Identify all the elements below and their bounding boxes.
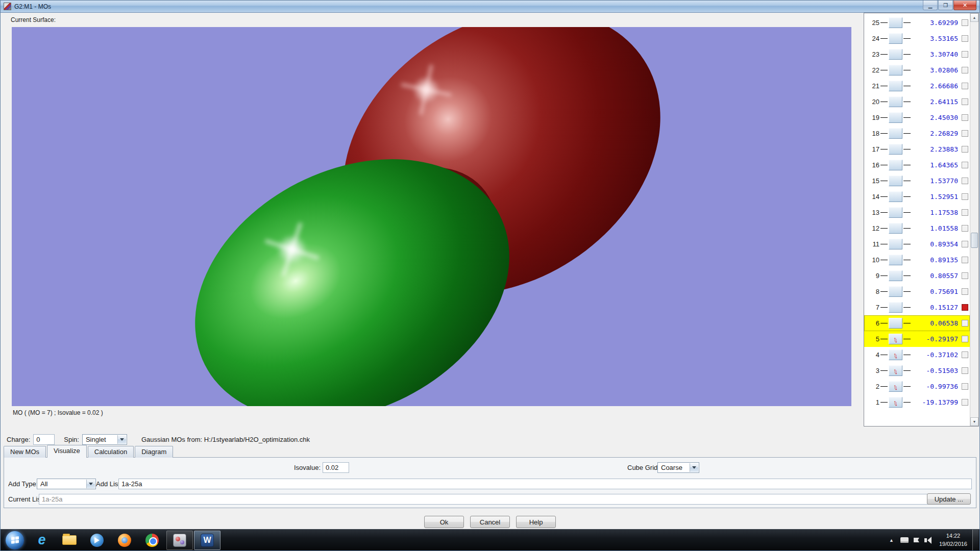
add-list-input[interactable]: 1a-25a [118, 479, 972, 489]
mo-visible-checkbox[interactable] [962, 114, 968, 121]
mo-row-7[interactable]: 70.15127 [864, 299, 970, 315]
close-button[interactable]: ✕ [953, 1, 976, 10]
mo-visible-checkbox[interactable] [962, 241, 968, 247]
update-button[interactable]: Update ... [927, 493, 971, 505]
mo-row-17[interactable]: 172.23883 [864, 141, 970, 157]
mo-row-11[interactable]: 110.89354 [864, 236, 970, 252]
show-desktop-button[interactable] [972, 530, 978, 550]
mo-visible-checkbox[interactable] [962, 130, 968, 137]
mo-visible-checkbox[interactable] [962, 67, 968, 73]
mo-visible-checkbox[interactable] [962, 193, 968, 200]
mo-visible-checkbox[interactable] [962, 225, 968, 232]
mo-visible-checkbox[interactable] [962, 83, 968, 89]
mo-orbital-box[interactable] [889, 318, 902, 329]
action-center-flag-icon[interactable] [914, 538, 919, 542]
mo-row-16[interactable]: 161.64365 [864, 157, 970, 173]
mo-row-15[interactable]: 151.53770 [864, 173, 970, 189]
mo-visible-checkbox[interactable] [962, 98, 968, 105]
mo-orbital-box[interactable] [889, 160, 902, 170]
mo-visible-checkbox[interactable] [962, 146, 968, 153]
mo-row-19[interactable]: 192.45030 [864, 110, 970, 126]
mo-orbital-box[interactable]: ↑↓ [889, 365, 902, 376]
mo-row-8[interactable]: 80.75691 [864, 284, 970, 299]
mo-visible-checkbox[interactable] [962, 209, 968, 216]
mo-visible-checkbox[interactable] [962, 367, 968, 374]
scroll-down-arrow-icon[interactable]: ▼ [970, 417, 978, 426]
mo-orbital-box[interactable]: ↑↓ [889, 349, 902, 360]
mo-row-9[interactable]: 90.80557 [864, 268, 970, 284]
tab-calculation[interactable]: Calculation [88, 446, 134, 458]
mo-orbital-box[interactable] [889, 96, 902, 107]
scroll-up-arrow-icon[interactable]: ▲ [970, 13, 978, 22]
clock[interactable]: 14:22 19/02/2016 [934, 532, 972, 548]
mo-row-20[interactable]: 202.64115 [864, 94, 970, 110]
mo-row-5[interactable]: 5↑↓-0.29197 [864, 331, 970, 347]
mo-orbital-box[interactable]: ↑↓ [889, 381, 902, 392]
mo-visible-checkbox[interactable] [962, 320, 968, 327]
help-button[interactable]: Help [516, 516, 556, 528]
mo-visible-checkbox[interactable] [962, 35, 968, 42]
add-type-dropdown[interactable]: All [37, 479, 96, 489]
start-button[interactable] [6, 531, 24, 549]
mo-row-23[interactable]: 233.30740 [864, 46, 970, 62]
mo-row-24[interactable]: 243.53165 [864, 31, 970, 46]
mo-orbital-box[interactable] [889, 255, 902, 265]
mo-visible-checkbox[interactable] [962, 288, 968, 295]
mo-3d-viewport[interactable] [12, 27, 851, 406]
mo-visible-checkbox[interactable] [962, 272, 968, 279]
mo-visible-checkbox[interactable] [962, 19, 968, 26]
mo-row-6[interactable]: 60.06538 [864, 315, 970, 331]
tab-diagram[interactable]: Diagram [135, 446, 173, 458]
mo-visible-checkbox[interactable] [962, 51, 968, 58]
mo-orbital-box[interactable]: ↑↓ [889, 334, 902, 344]
mo-visible-checkbox[interactable] [962, 304, 968, 311]
mo-visible-checkbox[interactable] [962, 178, 968, 184]
mo-row-10[interactable]: 100.89135 [864, 252, 970, 268]
mo-orbital-box[interactable] [889, 49, 902, 60]
taskbar-item-chrome[interactable] [139, 531, 165, 550]
tab-visualize[interactable]: Visualize [47, 445, 87, 458]
titlebar[interactable]: G2:M1 - MOs ▁ ❐ ✕ [1, 1, 979, 13]
mo-visible-checkbox[interactable] [962, 336, 968, 342]
taskbar-item-internet-explorer[interactable]: e [29, 531, 55, 550]
taskbar-item-explorer[interactable] [56, 531, 83, 550]
mo-visible-checkbox[interactable] [962, 257, 968, 263]
cancel-button[interactable]: Cancel [470, 516, 510, 528]
mo-orbital-box[interactable] [889, 239, 902, 249]
mo-row-21[interactable]: 212.66686 [864, 78, 970, 94]
volume-icon[interactable] [924, 537, 932, 544]
mo-orbital-box[interactable] [889, 286, 902, 297]
tab-new-mos[interactable]: New MOs [4, 446, 46, 458]
taskbar-item-media-player[interactable] [84, 531, 110, 550]
mo-row-12[interactable]: 121.01558 [864, 220, 970, 236]
maximize-button[interactable]: ❐ [938, 1, 953, 10]
ok-button[interactable]: Ok [424, 516, 464, 528]
cube-grid-dropdown[interactable]: Coarse [657, 462, 699, 473]
taskbar-item-firefox[interactable] [111, 531, 138, 550]
chevron-down-icon[interactable] [117, 435, 126, 444]
keyboard-tray-icon[interactable] [900, 537, 909, 543]
current-list-input[interactable]: 1a-25a [39, 494, 931, 505]
mo-orbital-box[interactable] [889, 33, 902, 44]
mo-orbital-box[interactable] [889, 128, 902, 139]
mo-row-14[interactable]: 141.52951 [864, 189, 970, 205]
mo-orbital-box[interactable] [889, 81, 902, 91]
mo-orbital-box[interactable] [889, 302, 902, 313]
charge-input[interactable]: 0 [33, 434, 55, 445]
isovalue-input[interactable]: 0.02 [323, 462, 349, 473]
mo-orbital-box[interactable] [889, 223, 902, 234]
mo-orbital-box[interactable] [889, 112, 902, 123]
chevron-down-icon[interactable] [690, 463, 698, 472]
mo-visible-checkbox[interactable] [962, 162, 968, 168]
mo-orbital-box[interactable] [889, 17, 902, 28]
mo-row-1[interactable]: 1↑↓-19.13799 [864, 394, 970, 410]
scrollbar-thumb[interactable] [971, 233, 978, 248]
mo-visible-checkbox[interactable] [962, 399, 968, 406]
mo-orbital-box[interactable] [889, 207, 902, 218]
show-hidden-icons-button[interactable]: ▲ [885, 538, 898, 543]
minimize-button[interactable]: ▁ [923, 1, 938, 10]
taskbar-item-gaussview[interactable] [166, 531, 193, 550]
mo-row-4[interactable]: 4↑↓-0.37102 [864, 347, 970, 363]
mo-orbital-box[interactable] [889, 191, 902, 202]
mo-orbital-box[interactable] [889, 144, 902, 155]
